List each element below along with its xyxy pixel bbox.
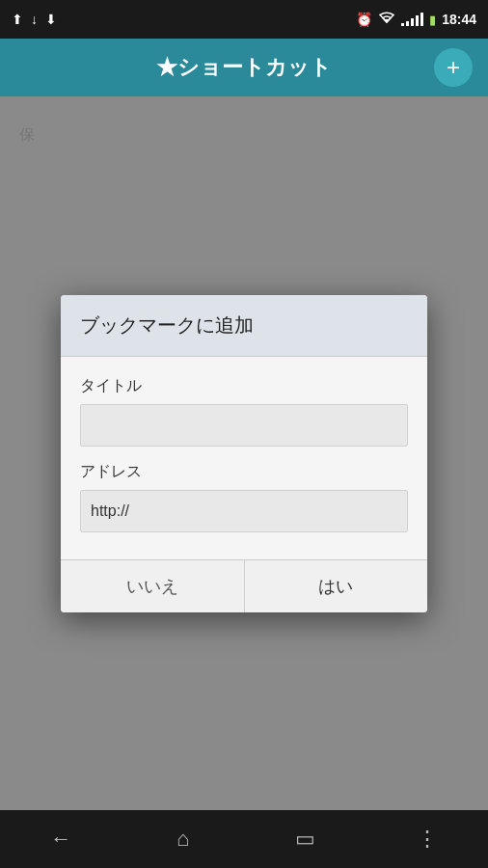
- cancel-button[interactable]: いいえ: [61, 560, 245, 612]
- download-icon: ⬇: [45, 12, 57, 27]
- address-input[interactable]: [80, 490, 408, 532]
- title-input[interactable]: [80, 404, 408, 447]
- signal-icon: [401, 13, 423, 26]
- confirm-button[interactable]: はい: [245, 560, 428, 612]
- back-button[interactable]: [32, 820, 90, 858]
- recents-button[interactable]: [276, 820, 334, 858]
- nav-bar: [0, 810, 488, 868]
- dialog-buttons: いいえ はい: [61, 559, 427, 612]
- status-time: 18:44: [442, 12, 476, 27]
- back-icon: [50, 827, 71, 852]
- bookmark-dialog: ブックマークに追加 タイトル アドレス いいえ はい: [61, 295, 427, 612]
- menu-icon: [417, 827, 438, 852]
- menu-button[interactable]: [398, 820, 456, 858]
- status-bar: ⬆ ↓ ⬇ ⏰ ▮ 18:44: [0, 0, 488, 39]
- recents-icon: [295, 827, 315, 852]
- status-icons-left: ⬆ ↓ ⬇: [12, 12, 57, 27]
- alarm-icon: ⏰: [356, 12, 372, 27]
- usb2-icon: ↓: [31, 12, 38, 27]
- toolbar-title: ★ショートカット: [54, 53, 434, 82]
- title-field-label: タイトル: [80, 376, 408, 396]
- home-button[interactable]: [154, 820, 212, 858]
- address-field-label: アドレス: [80, 462, 408, 482]
- home-icon: [176, 827, 189, 852]
- dialog-body: タイトル アドレス: [61, 357, 427, 559]
- dialog-title: ブックマークに追加: [61, 295, 427, 357]
- dialog-overlay: ブックマークに追加 タイトル アドレス いいえ はい: [0, 96, 488, 810]
- usb-icon: ⬆: [12, 12, 23, 27]
- toolbar: ★ショートカット +: [0, 39, 488, 96]
- add-button[interactable]: +: [434, 48, 473, 87]
- battery-icon: ▮: [429, 13, 436, 27]
- main-content: 保 ブックマークに追加 タイトル アドレス いいえ はい: [0, 96, 488, 810]
- status-icons-right: ⏰ ▮ 18:44: [356, 12, 476, 28]
- wifi-icon: [378, 12, 395, 28]
